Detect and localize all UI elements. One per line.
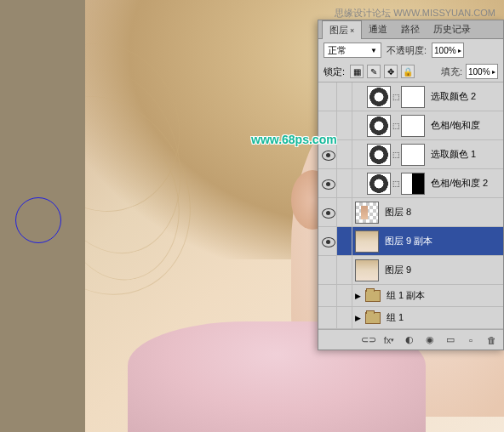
layer-name[interactable]: 图层 9 副本 <box>381 235 432 247</box>
layers-panel: 图层× 通道 路径 历史记录 正常 ▼ 不透明度: 100% ▸ 锁定: ▦ ✎… <box>318 20 504 350</box>
layer-name[interactable]: 选取颜色 1 <box>427 148 476 161</box>
brush-cursor <box>15 197 61 243</box>
layer-name[interactable]: 选取颜色 2 <box>427 90 476 103</box>
layer-name[interactable]: 色相/饱和度 <box>427 119 480 132</box>
link-chain-icon: ⬚ <box>392 122 399 130</box>
folder-icon <box>365 312 381 324</box>
add-mask-icon[interactable]: ◐ <box>403 333 416 347</box>
layer-row[interactable]: ⬚ 色相/饱和度 2 <box>318 169 503 198</box>
link-col[interactable] <box>337 140 352 168</box>
link-col[interactable] <box>337 111 352 139</box>
link-col[interactable] <box>337 227 352 255</box>
chevron-right-icon: ▸ <box>458 47 461 54</box>
visibility-toggle[interactable] <box>318 227 337 255</box>
lock-row: 锁定: ▦ ✎ ✥ 🔒 填充: 100% ▸ <box>318 61 503 82</box>
layer-group-row[interactable]: ▶ 组 1 副本 <box>318 285 503 307</box>
link-col[interactable] <box>337 256 352 284</box>
eye-icon <box>322 179 334 188</box>
eye-icon <box>322 151 334 159</box>
layer-row[interactable]: ⬚ 色相/饱和度 <box>318 111 503 140</box>
lock-label: 锁定: <box>324 65 345 78</box>
tab-channels[interactable]: 通道 <box>362 20 394 38</box>
layer-name[interactable]: 组 1 <box>383 311 404 324</box>
fill-input[interactable]: 100% ▸ <box>466 64 498 79</box>
opacity-label: 不透明度: <box>387 44 427 57</box>
blend-mode-row: 正常 ▼ 不透明度: 100% ▸ <box>318 39 503 61</box>
mask-thumb[interactable] <box>401 115 425 137</box>
lock-transparent-icon[interactable]: ▦ <box>350 65 364 78</box>
visibility-toggle[interactable] <box>318 198 337 226</box>
visibility-toggle[interactable] <box>318 169 337 197</box>
new-group-icon[interactable]: ▭ <box>444 333 457 347</box>
panel-footer: ⊂⊃ fx▾ ◐ ◉ ▭ ▫ 🗑 <box>318 329 503 350</box>
link-col[interactable] <box>337 285 352 306</box>
delete-layer-icon[interactable]: 🗑 <box>484 333 498 347</box>
link-chain-icon: ⬚ <box>392 179 399 188</box>
chevron-down-icon: ▼ <box>370 47 377 54</box>
adjustment-icon[interactable] <box>367 173 391 195</box>
folder-icon <box>365 290 381 302</box>
layer-name[interactable]: 组 1 副本 <box>383 289 425 302</box>
mask-thumb[interactable] <box>401 86 425 108</box>
new-layer-icon[interactable]: ▫ <box>464 333 478 347</box>
layer-fx-icon[interactable]: fx▾ <box>382 333 396 347</box>
layer-name[interactable]: 图层 9 <box>381 264 411 276</box>
layer-thumb[interactable] <box>355 202 379 224</box>
layer-row[interactable]: 图层 9 <box>318 256 503 285</box>
layer-name[interactable]: 色相/饱和度 2 <box>427 177 488 190</box>
layer-name[interactable]: 图层 8 <box>381 206 411 219</box>
lock-all-icon[interactable]: 🔒 <box>401 65 415 78</box>
tab-history[interactable]: 历史记录 <box>427 20 478 38</box>
lock-move-icon[interactable]: ✥ <box>384 65 398 78</box>
eye-icon <box>322 208 334 217</box>
tab-paths[interactable]: 路径 <box>394 20 427 38</box>
watermark-logo: www.68ps.com <box>251 133 337 146</box>
link-chain-icon: ⬚ <box>392 93 399 101</box>
layer-row-selected[interactable]: 图层 9 副本 <box>318 227 503 256</box>
blend-mode-select[interactable]: 正常 ▼ <box>324 43 381 58</box>
lock-brush-icon[interactable]: ✎ <box>367 65 381 78</box>
watermark-top: 思缘设计论坛 WWW.MISSYUAN.COM <box>335 7 495 20</box>
layer-thumb[interactable] <box>355 230 379 253</box>
link-col[interactable] <box>337 307 352 328</box>
close-icon[interactable]: × <box>350 26 354 35</box>
link-col[interactable] <box>337 82 352 111</box>
layer-list: ⬚ 选取颜色 2 ⬚ 色相/饱和度 <box>318 82 503 329</box>
layer-row[interactable]: 图层 8 <box>318 198 503 227</box>
link-col[interactable] <box>337 198 352 226</box>
group-expand-icon[interactable]: ▶ <box>352 314 363 322</box>
mask-thumb[interactable] <box>401 144 425 166</box>
eye-icon <box>322 237 334 246</box>
link-chain-icon: ⬚ <box>392 151 399 159</box>
visibility-toggle[interactable] <box>318 82 337 111</box>
link-layers-icon[interactable]: ⊂⊃ <box>362 333 375 347</box>
visibility-toggle[interactable] <box>318 307 337 328</box>
group-expand-icon[interactable]: ▶ <box>352 292 363 300</box>
visibility-toggle[interactable] <box>318 256 337 284</box>
layer-group-row[interactable]: ▶ 组 1 <box>318 307 503 329</box>
layer-row[interactable]: ⬚ 选取颜色 2 <box>318 82 503 111</box>
adjustment-icon[interactable] <box>367 144 391 166</box>
canvas-area[interactable]: 思缘设计论坛 WWW.MISSYUAN.COM www.68ps.com 图层×… <box>0 0 504 432</box>
layer-row[interactable]: ⬚ 选取颜色 1 <box>318 140 503 169</box>
panel-tabs: 图层× 通道 路径 历史记录 <box>318 20 503 39</box>
chevron-right-icon: ▸ <box>492 68 495 76</box>
layer-thumb[interactable] <box>355 259 379 281</box>
visibility-toggle[interactable] <box>318 285 337 306</box>
adjustment-icon[interactable] <box>367 115 391 137</box>
fill-label: 填充: <box>441 65 462 78</box>
link-col[interactable] <box>337 169 352 197</box>
tab-layers[interactable]: 图层× <box>322 20 362 39</box>
adjustment-icon[interactable] <box>367 86 391 108</box>
opacity-input[interactable]: 100% ▸ <box>432 43 464 58</box>
mask-thumb[interactable] <box>401 173 425 195</box>
add-adjustment-icon[interactable]: ◉ <box>423 333 437 347</box>
